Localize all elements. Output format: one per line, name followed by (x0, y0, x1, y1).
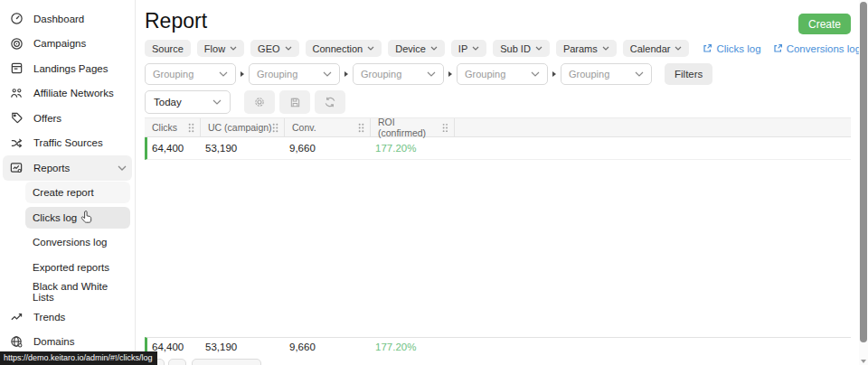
grouping-separator-icon (448, 71, 452, 77)
column-header-spacer (455, 118, 851, 136)
sidebar-item-label: Affiliate Networks (33, 88, 114, 98)
sidebar-item-offers[interactable]: Offers (3, 106, 132, 131)
pagination-next-button[interactable] (168, 359, 186, 365)
create-button[interactable]: Create (798, 14, 851, 34)
cell-conv: 9,660 (285, 143, 371, 154)
pagination-row (146, 359, 261, 365)
sidebar-subitem-black-white-lists[interactable]: Black and White Lists (25, 280, 130, 305)
filter-chip-source[interactable]: Source (145, 40, 191, 57)
column-header-clicks[interactable]: Clicks (145, 118, 201, 136)
sidebar-subitem-create-report[interactable]: Create report (25, 181, 130, 206)
sidebar-item-traffic-sources[interactable]: Traffic Sources (3, 131, 132, 156)
status-bar-url: https://demo.keitaro.io/admin/#!/clicks/… (0, 351, 157, 365)
grouping-select-5[interactable]: Grouping (561, 63, 652, 85)
filter-chip-sub-id[interactable]: Sub ID (493, 40, 550, 57)
refresh-button[interactable] (315, 90, 345, 114)
chevron-down-icon (535, 46, 542, 51)
totals-clicks: 64,400 (147, 342, 201, 352)
cell-clicks: 64,400 (147, 143, 201, 154)
filters-button[interactable]: Filters (665, 63, 712, 85)
grouping-select-4[interactable]: Grouping (457, 63, 548, 85)
table-empty-area (145, 160, 851, 337)
conversions-log-link[interactable]: Conversions log (773, 43, 861, 54)
save-icon (289, 97, 301, 108)
filter-chip-params[interactable]: Params (556, 40, 617, 57)
grouping-separator-icon (344, 71, 348, 77)
grouping-separator-icon (552, 71, 556, 77)
chevron-down-icon (118, 165, 127, 171)
settings-button[interactable] (244, 90, 275, 114)
totals-conv: 9,660 (285, 342, 371, 352)
hand-cursor-icon (80, 211, 92, 224)
split-arrows-icon (9, 136, 24, 150)
sidebar-item-domains[interactable]: Domains (3, 330, 132, 355)
report-chart-icon (9, 161, 24, 175)
grouping-row: Grouping Grouping Grouping Grouping Grou… (145, 63, 851, 85)
totals-roi: 177.20% (371, 342, 455, 352)
chevron-down-icon (635, 71, 644, 77)
chevron-down-icon (230, 46, 237, 51)
globe-icon (9, 334, 24, 349)
filter-chip-flow[interactable]: Flow (197, 40, 244, 57)
chevron-down-icon (675, 46, 682, 51)
refresh-icon (324, 96, 336, 108)
table-row[interactable]: 64,400 53,190 9,660 177.20% (145, 137, 851, 160)
drag-handle-icon[interactable] (358, 123, 364, 133)
sidebar-subitem-clicks-log[interactable]: Clicks log (25, 205, 130, 230)
sidebar: Dashboard Campaigns Landings Pages Affil… (0, 0, 136, 365)
grouping-separator-icon (241, 71, 244, 77)
drag-handle-icon[interactable] (272, 123, 278, 133)
sidebar-item-affiliate-networks[interactable]: Affiliate Networks (3, 81, 132, 107)
main-content: Report Source Flow GEO Connection Device… (145, 0, 851, 355)
sidebar-item-label: Landings Pages (33, 63, 108, 74)
grouping-select-1[interactable]: Grouping (145, 63, 236, 85)
column-header-uc-campaign[interactable]: UC (campaign) (201, 118, 285, 136)
tag-icon (9, 111, 24, 126)
sidebar-item-campaigns[interactable]: Campaigns (3, 32, 132, 57)
external-link-icon (773, 43, 783, 53)
chevron-down-icon (472, 46, 479, 51)
people-icon (9, 86, 24, 100)
chevron-down-icon (430, 46, 438, 51)
cell-roi: 177.20% (371, 143, 455, 154)
sidebar-item-dashboard[interactable]: Dashboard (3, 6, 132, 32)
save-report-button[interactable] (279, 90, 310, 114)
chevron-down-icon (367, 46, 374, 51)
sidebar-subitem-label: Conversions log (33, 237, 107, 248)
sidebar-item-label: Campaigns (33, 38, 86, 49)
filter-chip-device[interactable]: Device (388, 40, 445, 57)
scrollbar-thumb[interactable] (860, 2, 867, 342)
vertical-scrollbar[interactable] (859, 0, 868, 365)
toolbar-row: Today (145, 90, 851, 114)
sidebar-item-label: Trends (33, 312, 65, 323)
sidebar-item-trends[interactable]: Trends (3, 304, 132, 330)
chevron-down-icon (531, 71, 540, 77)
drag-handle-icon[interactable] (442, 123, 448, 133)
chevron-down-icon (219, 71, 228, 77)
sidebar-subitem-label: Clicks log (33, 212, 77, 223)
page-size-select[interactable] (192, 359, 261, 365)
scroll-down-arrow-icon[interactable] (861, 360, 866, 363)
filter-chips-row: Source Flow GEO Connection Device IP Sub… (145, 40, 851, 57)
chevron-down-icon (323, 71, 332, 77)
sidebar-subitem-exported-reports[interactable]: Exported reports (25, 255, 130, 280)
sidebar-item-reports[interactable]: Reports (3, 155, 132, 181)
date-range-select[interactable]: Today (145, 90, 231, 114)
clicks-log-link[interactable]: Clicks log (703, 43, 760, 54)
chevron-down-icon (212, 99, 222, 105)
sidebar-item-landings-pages[interactable]: Landings Pages (3, 56, 132, 81)
grouping-select-2[interactable]: Grouping (249, 63, 340, 85)
sidebar-subitem-label: Exported reports (33, 262, 109, 273)
sidebar-item-label: Dashboard (33, 14, 84, 24)
grouping-select-3[interactable]: Grouping (353, 63, 444, 85)
filter-chip-connection[interactable]: Connection (306, 40, 382, 57)
target-icon (9, 36, 24, 51)
filter-chip-calendar[interactable]: Calendar (623, 40, 690, 57)
filter-chip-ip[interactable]: IP (451, 40, 486, 57)
drag-handle-icon[interactable] (188, 123, 194, 133)
sidebar-subitem-conversions-log[interactable]: Conversions log (25, 230, 130, 256)
filter-chip-geo[interactable]: GEO (250, 40, 298, 57)
external-link-icon (703, 43, 712, 53)
column-header-roi-confirmed[interactable]: ROI (confirmed) (371, 118, 455, 136)
column-header-conv[interactable]: Conv. (285, 118, 371, 136)
